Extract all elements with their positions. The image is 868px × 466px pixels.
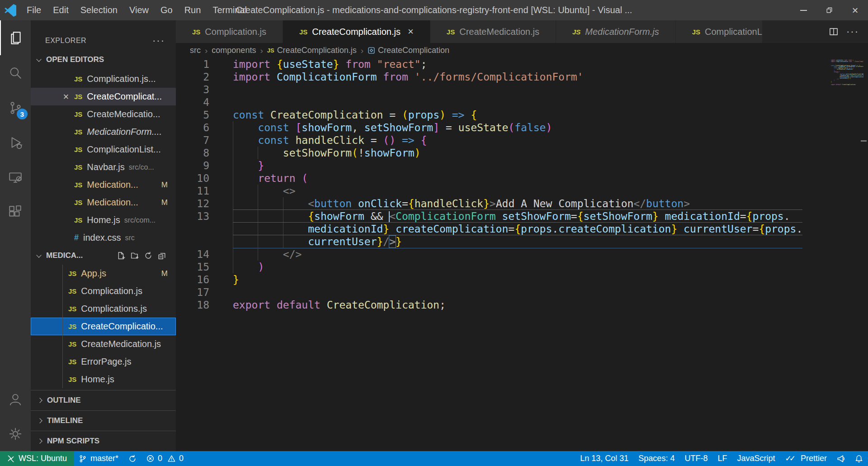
- explorer-more-actions-icon[interactable]: ···: [152, 35, 165, 47]
- breadcrumb-item[interactable]: JSCreateComplication.js: [267, 46, 357, 55]
- line-number[interactable]: 12: [176, 197, 209, 210]
- section-npm-scripts[interactable]: NPM SCRIPTS: [31, 431, 176, 451]
- status-indentation[interactable]: Spaces: 4: [633, 451, 679, 466]
- window-minimize-button[interactable]: [791, 0, 816, 20]
- activity-extensions-icon[interactable]: [0, 195, 31, 229]
- status-sync[interactable]: [123, 451, 142, 466]
- tab-createcomplication.js[interactable]: JSCreateComplication.js×: [283, 20, 430, 43]
- tree-item[interactable]: JSCreateComplicatio...: [31, 318, 176, 335]
- tab-createmedication.js[interactable]: JSCreateMedication.js: [430, 20, 556, 43]
- open-editors-header[interactable]: OPEN EDITORS: [31, 49, 176, 70]
- menu-file[interactable]: File: [21, 0, 47, 20]
- close-icon[interactable]: ×: [58, 91, 74, 103]
- line-number[interactable]: 16: [176, 273, 209, 286]
- line-number[interactable]: 4: [176, 96, 209, 109]
- tree-item[interactable]: JSComplication.js: [31, 282, 176, 300]
- line-number[interactable]: 5: [176, 109, 209, 121]
- tab-complication.js[interactable]: JSComplication.js: [176, 20, 283, 43]
- breadcrumb[interactable]: src›components›JSCreateComplication.js›C…: [176, 43, 868, 58]
- new-folder-icon[interactable]: [131, 252, 139, 260]
- more-actions-icon[interactable]: ···: [846, 26, 859, 38]
- tree-item[interactable]: JSApp.jsM: [31, 265, 176, 282]
- close-icon[interactable]: ×: [408, 26, 414, 38]
- open-editor-item[interactable]: JSNavbar.jssrc/co...: [31, 158, 176, 176]
- code-line[interactable]: 4: [176, 96, 868, 109]
- window-restore-button[interactable]: [816, 0, 842, 20]
- activity-remote-explorer-icon[interactable]: [0, 160, 31, 195]
- status-formatter[interactable]: ✓✓Prettier: [780, 451, 832, 466]
- line-number[interactable]: 13: [176, 210, 209, 223]
- split-editor-icon[interactable]: [829, 27, 838, 36]
- status-problems[interactable]: 00: [142, 451, 189, 466]
- line-number[interactable]: 15: [176, 261, 209, 273]
- open-editor-item[interactable]: ×JSCreateComplicat...: [31, 88, 176, 105]
- code-line[interactable]: 2import ComplicationForm from '../forms/…: [176, 71, 868, 83]
- code-line[interactable]: 3: [176, 83, 868, 96]
- code-line[interactable]: 11 <>: [176, 185, 868, 197]
- code-line[interactable]: 1import {useState} from "react";: [176, 58, 868, 71]
- code-line[interactable]: medicationId} createComplication={props.…: [176, 223, 868, 235]
- tree-item[interactable]: JSErrorPage.js: [31, 353, 176, 371]
- line-number[interactable]: 10: [176, 172, 209, 185]
- code-line[interactable]: 12 <button onClick={handleClick}>Add A N…: [176, 197, 868, 210]
- section-outline[interactable]: OUTLINE: [31, 390, 176, 410]
- code-line[interactable]: 6 const [showForm, setShowForm] = useSta…: [176, 121, 868, 134]
- status-remote-indicator[interactable]: WSL: Ubuntu: [0, 451, 74, 466]
- activity-settings-icon[interactable]: [0, 416, 31, 451]
- open-editor-item[interactable]: #index.csssrc: [31, 229, 176, 247]
- tree-item[interactable]: JSComplications.js: [31, 300, 176, 318]
- open-editor-item[interactable]: JSCreateMedicatio...: [31, 105, 176, 123]
- breadcrumb-item[interactable]: CreateComplication: [368, 46, 449, 55]
- status-encoding[interactable]: UTF-8: [679, 451, 712, 466]
- breadcrumb-item[interactable]: src: [190, 46, 201, 55]
- new-file-icon[interactable]: [117, 252, 125, 260]
- code-line[interactable]: 14 </>: [176, 248, 868, 261]
- code-line[interactable]: 15 ): [176, 261, 868, 273]
- code-line[interactable]: 10 return (: [176, 172, 868, 185]
- status-notifications[interactable]: [850, 451, 868, 466]
- menu-selection[interactable]: Selection: [75, 0, 123, 20]
- line-number[interactable]: 8: [176, 147, 209, 159]
- refresh-icon[interactable]: [144, 252, 152, 260]
- code-line[interactable]: 8 setShowForm(!showForm): [176, 147, 868, 159]
- status-git-branch[interactable]: master*: [74, 451, 123, 466]
- line-number[interactable]: 11: [176, 185, 209, 197]
- code-line[interactable]: 16}: [176, 273, 868, 286]
- activity-explorer-icon[interactable]: [0, 20, 31, 55]
- code-line[interactable]: 9 }: [176, 159, 868, 172]
- activity-accounts-icon[interactable]: [0, 381, 31, 416]
- line-number[interactable]: 7: [176, 134, 209, 147]
- line-number[interactable]: [176, 235, 209, 248]
- line-number[interactable]: [176, 223, 209, 235]
- code-line[interactable]: 18export default CreateComplication;: [176, 299, 868, 311]
- line-number[interactable]: 3: [176, 83, 209, 96]
- code-line[interactable]: 13 {showForm && <ComplicationForm setSho…: [176, 210, 868, 223]
- tab-complicationl[interactable]: JSComplicationL: [676, 20, 762, 43]
- open-editor-item[interactable]: JSMedication...M: [31, 176, 176, 194]
- status-feedback[interactable]: [832, 451, 850, 466]
- open-editor-item[interactable]: JSMedication...M: [31, 194, 176, 211]
- line-number[interactable]: 9: [176, 159, 209, 172]
- code-line[interactable]: 17: [176, 286, 868, 299]
- open-editor-item[interactable]: JSMedicationForm....: [31, 123, 176, 141]
- status-eol[interactable]: LF: [712, 451, 732, 466]
- folder-section-header[interactable]: MEDICA...: [31, 247, 176, 265]
- breadcrumb-item[interactable]: components: [212, 46, 256, 55]
- menu-run[interactable]: Run: [179, 0, 207, 20]
- line-number[interactable]: 14: [176, 248, 209, 261]
- tab-medicationform.js[interactable]: JSMedicationForm.js: [556, 20, 675, 43]
- line-number[interactable]: 18: [176, 299, 209, 311]
- code-line[interactable]: currentUser}/>}: [176, 235, 868, 248]
- menu-edit[interactable]: Edit: [47, 0, 74, 20]
- line-number[interactable]: 17: [176, 286, 209, 299]
- menu-view[interactable]: View: [123, 0, 155, 20]
- tree-item[interactable]: JSHome.js: [31, 371, 176, 388]
- code-editor[interactable]: 1import {useState} from "react";2import …: [176, 58, 868, 451]
- open-editor-item[interactable]: JSHome.jssrc/com...: [31, 211, 176, 229]
- section-timeline[interactable]: TIMELINE: [31, 410, 176, 431]
- activity-run-and-debug-icon[interactable]: [0, 125, 31, 160]
- code-line[interactable]: 7 const handleClick = () => {: [176, 134, 868, 147]
- code-line[interactable]: 5const CreateComplication = (props) => {: [176, 109, 868, 121]
- tree-item[interactable]: JSCreateMedication.js: [31, 335, 176, 353]
- activity-search-icon[interactable]: [0, 55, 31, 90]
